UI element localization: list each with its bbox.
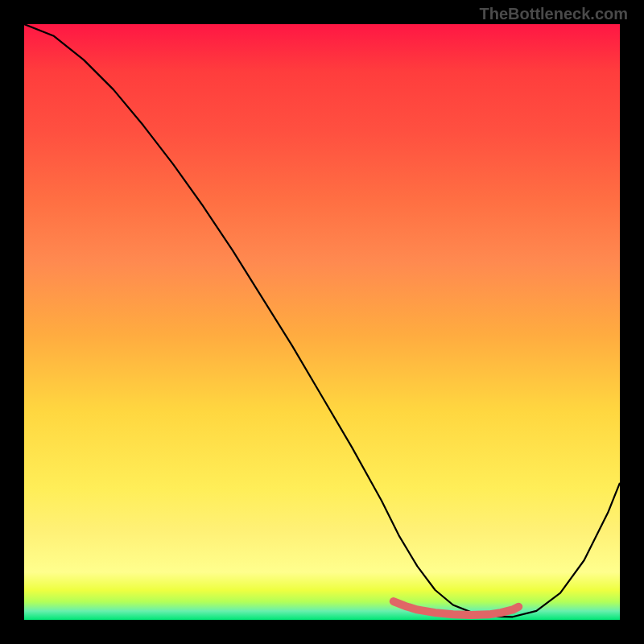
watermark-text: TheBottleneck.com: [480, 5, 628, 23]
optimal-segment-path: [394, 601, 518, 615]
bottleneck-curve-path: [24, 24, 620, 617]
plot-area: [24, 24, 620, 620]
chart-svg: [24, 24, 620, 620]
